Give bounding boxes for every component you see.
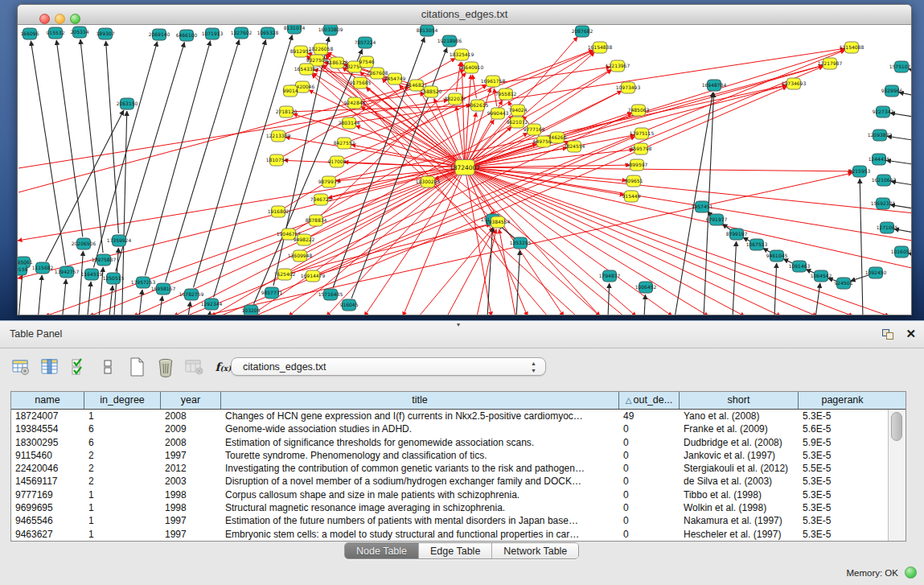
table-cell[interactable]: Stergiakouli et al. (2012) bbox=[680, 462, 799, 475]
column-header-title[interactable]: title bbox=[221, 392, 619, 409]
table-cell[interactable]: 1 bbox=[84, 410, 161, 422]
citation-edge-black[interactable] bbox=[815, 283, 820, 315]
table-cell[interactable]: 0 bbox=[619, 501, 680, 514]
column-header-short[interactable]: short bbox=[680, 392, 799, 409]
table-cell[interactable]: 2 bbox=[84, 462, 161, 475]
column-display-icon[interactable] bbox=[39, 356, 60, 377]
row-height-icon[interactable] bbox=[97, 356, 118, 377]
table-row[interactable]: 1938455462009Genome-wide association stu… bbox=[11, 422, 906, 435]
citation-edge-black[interactable] bbox=[36, 275, 42, 315]
delete-table-icon[interactable] bbox=[154, 356, 176, 377]
table-cell[interactable]: 1 bbox=[84, 528, 161, 541]
tab-edge-table[interactable]: Edge Table bbox=[418, 543, 491, 558]
table-cell[interactable]: 18300295 bbox=[11, 436, 84, 449]
scrollbar-thumb[interactable] bbox=[891, 412, 902, 441]
table-cell[interactable]: Disruption of a novel member of a sodium… bbox=[221, 475, 619, 488]
table-cell[interactable]: 5.5E-5 bbox=[799, 462, 886, 475]
table-selector-dropdown[interactable]: citations_edges.txt ▲▼ bbox=[231, 357, 546, 376]
table-cell[interactable]: Nakamura et al. (1997) bbox=[680, 514, 799, 527]
table-cell[interactable]: 5.3E-5 bbox=[799, 488, 886, 501]
close-panel-icon[interactable]: ✕ bbox=[906, 327, 916, 340]
table-cell[interactable]: 0 bbox=[619, 514, 680, 527]
memory-status-indicator[interactable] bbox=[905, 566, 917, 579]
table-cell[interactable]: 14569117 bbox=[11, 475, 84, 488]
citation-edge-red[interactable] bbox=[289, 172, 459, 315]
table-cell[interactable]: 0 bbox=[619, 528, 680, 541]
table-row[interactable]: 1872400712008Changes of HCN gene express… bbox=[11, 410, 906, 422]
tab-node-table[interactable]: Node Table bbox=[345, 543, 418, 558]
table-cell[interactable]: 9463627 bbox=[11, 528, 84, 541]
table-cell[interactable]: 9465546 bbox=[11, 514, 84, 527]
delete-column-icon[interactable] bbox=[183, 356, 205, 377]
citation-edge-red[interactable] bbox=[174, 171, 458, 315]
table-cell[interactable]: 1997 bbox=[161, 528, 221, 541]
citation-edge-red[interactable] bbox=[472, 50, 845, 166]
splitter-handle-icon[interactable]: ▾ bbox=[457, 321, 460, 328]
table-row[interactable]: 1456911722003Disruption of a novel membe… bbox=[11, 475, 906, 488]
table-cell[interactable]: Corpus callosum shape and size in male p… bbox=[221, 488, 619, 501]
citation-edge-black[interactable] bbox=[886, 160, 911, 166]
table-cell[interactable]: 1998 bbox=[161, 501, 221, 514]
table-cell[interactable]: Yano et al. (2008) bbox=[680, 410, 799, 422]
table-cell[interactable]: 2012 bbox=[161, 462, 221, 475]
citation-edge-black[interactable] bbox=[214, 35, 293, 298]
citation-edge-red[interactable] bbox=[447, 229, 495, 315]
citation-edge-red[interactable] bbox=[291, 113, 632, 271]
table-cell[interactable]: 1 bbox=[84, 488, 161, 501]
table-row[interactable]: 969969511998Structural magnetic resonanc… bbox=[11, 501, 906, 514]
table-cell[interactable]: 2009 bbox=[161, 422, 221, 435]
table-cell[interactable]: 18724007 bbox=[11, 410, 84, 422]
table-row[interactable]: 977716911998Corpus callosum shape and si… bbox=[11, 488, 906, 501]
column-header-year[interactable]: year bbox=[161, 392, 221, 409]
table-cell[interactable]: 1997 bbox=[161, 449, 221, 462]
citation-edge-black[interactable] bbox=[31, 41, 65, 265]
network-canvas[interactable]: 1660969155322053341893072069140646610010… bbox=[18, 25, 911, 315]
citation-edge-black[interactable] bbox=[774, 263, 777, 315]
table-cell[interactable]: 2008 bbox=[161, 436, 221, 449]
table-cell[interactable]: 2003 bbox=[161, 475, 221, 488]
network-window-titlebar[interactable]: citations_edges.txt bbox=[18, 5, 911, 25]
table-cell[interactable]: Tibbo et al. (1998) bbox=[680, 488, 799, 501]
citation-edge-red[interactable] bbox=[470, 172, 636, 315]
citation-edge-black[interactable] bbox=[85, 282, 91, 315]
citation-edge-red[interactable] bbox=[403, 174, 462, 315]
table-cell[interactable]: Dudbridge et al. (2008) bbox=[680, 436, 799, 449]
table-cell[interactable]: 2 bbox=[84, 449, 161, 462]
table-cell[interactable]: 5.3E-5 bbox=[799, 514, 886, 527]
table-vertical-scrollbar[interactable] bbox=[888, 410, 906, 541]
citation-edge-black[interactable] bbox=[743, 237, 750, 241]
table-cell[interactable]: Structural magnetic resonance image aver… bbox=[221, 501, 619, 514]
column-header-pagerank[interactable]: pagerank bbox=[799, 392, 886, 409]
citation-edge-black[interactable] bbox=[60, 279, 66, 315]
table-cell[interactable]: Tourette syndrome. Phenomenology and cla… bbox=[221, 449, 619, 462]
citation-edge-red[interactable] bbox=[18, 100, 448, 168]
table-row[interactable]: 946554611997Estimation of the future num… bbox=[11, 514, 906, 527]
select-columns-icon[interactable] bbox=[68, 356, 89, 377]
citation-edge-black[interactable] bbox=[18, 270, 23, 315]
table-cell[interactable]: 5.3E-5 bbox=[799, 449, 886, 462]
citation-edge-black[interactable] bbox=[56, 40, 83, 237]
citation-edge-black[interactable] bbox=[644, 295, 646, 315]
table-cell[interactable]: Estimation of the future numbers of pati… bbox=[221, 514, 619, 527]
table-cell[interactable]: 5.3E-5 bbox=[799, 501, 886, 514]
table-cell[interactable]: Genome-wide association studies in ADHD. bbox=[221, 422, 619, 435]
table-cell[interactable]: 1 bbox=[84, 514, 161, 527]
citation-edge-black[interactable] bbox=[77, 251, 83, 315]
create-table-icon[interactable] bbox=[125, 356, 147, 377]
citation-edge-red[interactable] bbox=[477, 229, 496, 315]
column-header-in-degree[interactable]: in_degree bbox=[84, 392, 161, 409]
table-cell[interactable]: 5.6E-5 bbox=[799, 422, 886, 435]
table-cell[interactable]: 0 bbox=[619, 475, 680, 488]
table-cell[interactable]: Changes of HCN gene expression and I(f) … bbox=[221, 410, 619, 422]
table-cell[interactable]: 5.3E-5 bbox=[799, 410, 886, 422]
citation-edge-red[interactable] bbox=[292, 224, 491, 273]
citation-edge-black[interactable] bbox=[137, 290, 142, 315]
column-header-name[interactable]: name bbox=[11, 392, 84, 409]
table-cell[interactable]: 6 bbox=[84, 422, 161, 435]
table-settings-icon[interactable] bbox=[10, 356, 31, 377]
citation-edge-red[interactable] bbox=[472, 165, 630, 167]
table-cell[interactable]: 6 bbox=[84, 436, 161, 449]
table-cell[interactable]: 0 bbox=[619, 449, 680, 462]
table-cell[interactable]: Wolkin et al. (1998) bbox=[680, 501, 799, 514]
citation-edge-black[interactable] bbox=[80, 39, 103, 253]
